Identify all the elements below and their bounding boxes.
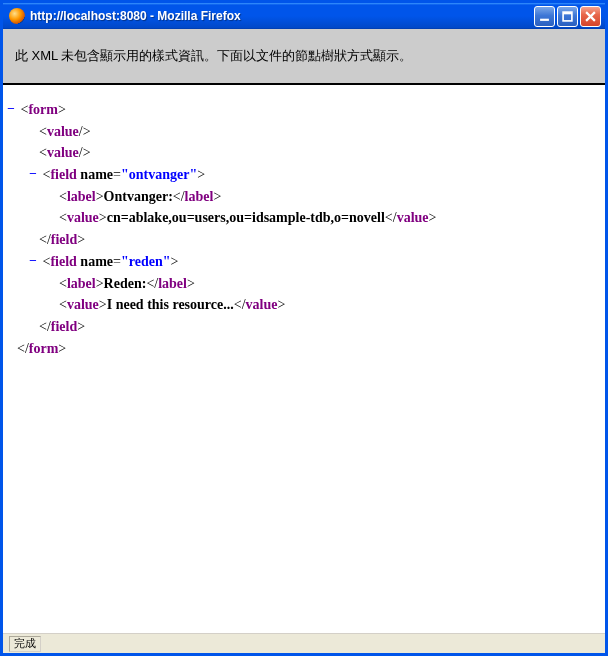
xml-node-value-empty[interactable]: <value/> — [39, 121, 599, 143]
svg-rect-2 — [563, 12, 572, 14]
xml-node-form-close[interactable]: </form> — [17, 338, 599, 360]
expand-toggle[interactable]: − — [27, 165, 39, 185]
titlebar[interactable]: http://localhost:8080 - Mozilla Firefox — [3, 3, 605, 29]
close-icon — [585, 11, 596, 22]
banner-text: 此 XML 未包含顯示用的樣式資訊。下面以文件的節點樹狀方式顯示。 — [15, 48, 412, 63]
xml-node-label[interactable]: <label>Ontvanger:</label> — [59, 186, 599, 208]
browser-window: http://localhost:8080 - Mozilla Firefox … — [0, 0, 608, 656]
xml-node-value[interactable]: <value>I need this resource...</value> — [59, 294, 599, 316]
xml-info-banner: 此 XML 未包含顯示用的樣式資訊。下面以文件的節點樹狀方式顯示。 — [3, 29, 605, 85]
xml-tree-view[interactable]: − <form> <value/> <value/> − <field name… — [3, 85, 605, 633]
xml-node-value[interactable]: <value>cn=ablake,ou=users,ou=idsample-td… — [59, 207, 599, 229]
xml-node-field-ontvanger-open[interactable]: − <field name="ontvanger"> — [39, 164, 599, 186]
xml-node-value-empty[interactable]: <value/> — [39, 142, 599, 164]
xml-node-label[interactable]: <label>Reden:</label> — [59, 273, 599, 295]
xml-node-field-close[interactable]: </field> — [39, 229, 599, 251]
close-button[interactable] — [580, 6, 601, 27]
window-title: http://localhost:8080 - Mozilla Firefox — [30, 9, 534, 23]
svg-rect-0 — [540, 18, 549, 20]
maximize-icon — [562, 11, 573, 22]
window-controls — [534, 6, 601, 27]
minimize-button[interactable] — [534, 6, 555, 27]
maximize-button[interactable] — [557, 6, 578, 27]
expand-toggle[interactable]: − — [5, 100, 17, 120]
xml-node-field-reden-open[interactable]: − <field name="reden"> — [39, 251, 599, 273]
status-text: 完成 — [9, 636, 41, 652]
firefox-icon — [9, 8, 25, 24]
xml-node-form-open[interactable]: − <form> — [17, 99, 599, 121]
statusbar: 完成 — [3, 633, 605, 653]
xml-node-field-close[interactable]: </field> — [39, 316, 599, 338]
minimize-icon — [539, 11, 550, 22]
expand-toggle[interactable]: − — [27, 252, 39, 272]
